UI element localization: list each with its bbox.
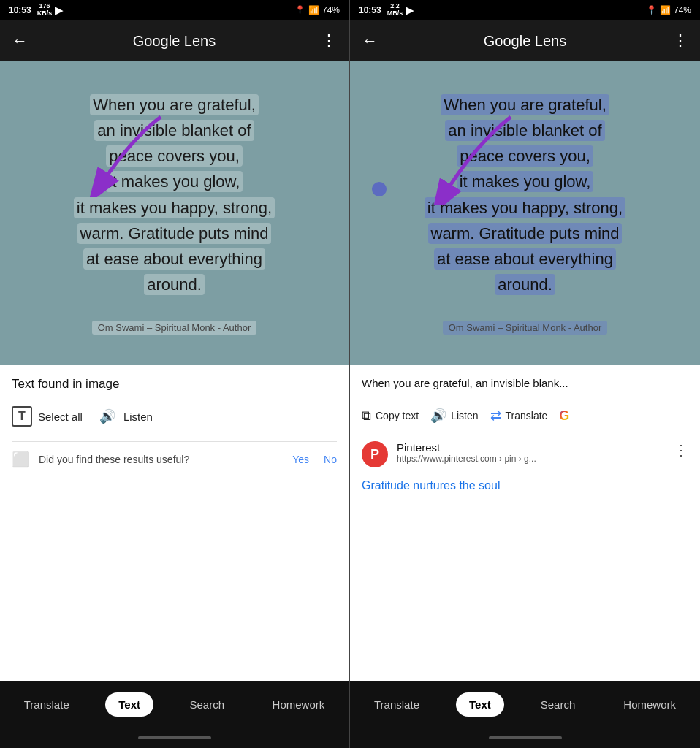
status-left: 10:53 176 KB/s ▶	[9, 3, 63, 18]
status-left-right: 10:53 2.2 MB/s ▶	[359, 3, 414, 18]
feedback-text: Did you find these results useful?	[39, 454, 284, 465]
feedback-row: ⬜ Did you find these results useful? Yes…	[12, 441, 337, 477]
app-title-left: Google Lens	[35, 33, 313, 50]
copy-icon: ⧉	[362, 408, 371, 424]
battery-right: 74%	[674, 5, 691, 15]
quote-container-right: When you are grateful, an invisible blan…	[350, 61, 700, 365]
back-button-left[interactable]: ←	[12, 31, 35, 50]
bottom-panel-left: Text found in image T Select all 🔊 Liste…	[0, 365, 349, 681]
status-bar-left: 10:53 176 KB/s ▶ 📍 📶 74%	[0, 0, 349, 20]
image-area-left: When you are grateful, an invisible blan…	[0, 61, 349, 365]
translate-button-right[interactable]: ⇄ Translate	[490, 408, 548, 424]
action-row-left: T Select all 🔊 Listen	[12, 402, 337, 431]
quote-line-6-right: warm. Gratitude puts mind	[428, 223, 623, 244]
status-right-left: 📍 📶 74%	[294, 5, 340, 15]
listen-button-left[interactable]: 🔊 Listen	[97, 402, 153, 431]
select-all-button[interactable]: T Select all	[12, 402, 83, 431]
home-bar-left	[138, 736, 211, 739]
result-item-pinterest: P Pinterest https://www.pinterest.com › …	[362, 434, 688, 475]
data-speed-right: 2.2 MB/s	[387, 3, 403, 18]
home-bar-right	[489, 736, 562, 739]
result-link[interactable]: Gratitude nurtures the soul	[362, 479, 688, 492]
home-indicator-left	[0, 728, 349, 748]
quote-line-8-right: around.	[495, 274, 555, 295]
google-button-right[interactable]: G	[559, 408, 569, 424]
wifi-icon-left: 📶	[308, 5, 319, 15]
quote-author-right: Om Swami – Spiritual Monk - Author	[443, 321, 608, 335]
select-all-label: Select all	[38, 411, 83, 423]
result-title: Pinterest	[397, 441, 665, 454]
home-indicator-right	[350, 728, 700, 748]
copy-text-button[interactable]: ⧉ Copy text	[362, 408, 419, 424]
status-bar-right: 10:53 2.2 MB/s ▶ 📍 📶 74%	[350, 0, 700, 20]
quote-line-6-left: warm. Gratitude puts mind	[77, 223, 272, 244]
nav-search-left[interactable]: Search	[178, 692, 237, 717]
bottom-nav-right: Translate Text Search Homework	[350, 681, 700, 728]
listen-button-right[interactable]: 🔊 Listen	[430, 408, 478, 424]
feedback-yes-button[interactable]: Yes	[292, 454, 309, 465]
more-button-right[interactable]: ⋮	[665, 31, 688, 50]
feedback-no-button[interactable]: No	[324, 454, 337, 465]
nav-homework-left[interactable]: Homework	[261, 692, 337, 717]
translate-icon-right: ⇄	[490, 408, 501, 424]
speaker-icon-left: 🔊	[97, 406, 118, 427]
speaker-icon-right: 🔊	[430, 408, 446, 424]
battery-left: 74%	[322, 5, 340, 15]
bottom-panel-right: When you are grateful, an invisible blan…	[350, 365, 700, 681]
selection-handle-dot	[372, 182, 387, 196]
right-phone-panel: 10:53 2.2 MB/s ▶ 📍 📶 74% ← Google Lens ⋮…	[350, 0, 700, 748]
google-g-icon: G	[559, 408, 569, 424]
feedback-icon: ⬜	[12, 451, 30, 468]
nav-translate-right[interactable]: Translate	[362, 692, 431, 717]
quote-line-8-left: around.	[144, 274, 205, 295]
copy-action-row: ⧉ Copy text 🔊 Listen ⇄ Translate G	[362, 408, 688, 424]
translate-label-right: Translate	[506, 410, 548, 421]
nav-search-right[interactable]: Search	[529, 692, 587, 717]
result-more-icon[interactable]: ⋮	[674, 441, 688, 459]
purple-arrow-right	[394, 110, 525, 205]
top-bar-right: ← Google Lens ⋮	[350, 20, 700, 61]
quote-author-left: Om Swami – Spiritual Monk - Author	[92, 321, 257, 335]
recording-icon-left: ▶	[55, 4, 63, 16]
top-bar-left: ← Google Lens ⋮	[0, 20, 349, 61]
quote-line-7-left: at ease about everything	[83, 248, 265, 270]
left-phone-panel: 10:53 176 KB/s ▶ 📍 📶 74% ← Google Lens ⋮…	[0, 0, 350, 748]
quote-line-5-left: it makes you happy, strong,	[74, 197, 275, 218]
app-title-right: Google Lens	[385, 33, 665, 50]
location-icon-right: 📍	[646, 5, 657, 15]
pinterest-icon: P	[362, 441, 388, 468]
status-right-right: 📍 📶 74%	[646, 5, 691, 15]
result-info: Pinterest https://www.pinterest.com › pi…	[397, 441, 665, 464]
preview-text: When you are grateful, an invisible blan…	[362, 377, 688, 397]
back-button-right[interactable]: ←	[362, 31, 385, 50]
recording-icon-right: ▶	[406, 4, 414, 16]
more-button-left[interactable]: ⋮	[313, 31, 337, 50]
bottom-nav-left: Translate Text Search Homework	[0, 681, 349, 728]
wifi-icon-right: 📶	[660, 5, 671, 15]
pinterest-letter: P	[370, 447, 379, 462]
listen-label-left: Listen	[123, 411, 153, 423]
time-left: 10:53	[9, 5, 31, 15]
data-speed-left: 176 KB/s	[37, 3, 53, 18]
nav-text-left[interactable]: Text	[105, 692, 153, 717]
image-area-right: When you are grateful, an invisible blan…	[350, 61, 700, 365]
listen-label-right: Listen	[451, 410, 478, 421]
location-icon-left: 📍	[294, 5, 305, 15]
nav-translate-left[interactable]: Translate	[12, 692, 81, 717]
copy-text-label: Copy text	[376, 410, 419, 421]
quote-line-7-right: at ease about everything	[434, 248, 616, 270]
nav-homework-right[interactable]: Homework	[612, 692, 688, 717]
text-found-label: Text found in image	[12, 377, 337, 392]
quote-container-left: When you are grateful, an invisible blan…	[0, 61, 349, 365]
purple-arrow-left	[58, 110, 175, 197]
result-url: https://www.pinterest.com › pin › g...	[397, 454, 665, 464]
text-icon: T	[12, 406, 32, 427]
nav-text-right[interactable]: Text	[456, 692, 504, 717]
time-right: 10:53	[359, 5, 381, 15]
